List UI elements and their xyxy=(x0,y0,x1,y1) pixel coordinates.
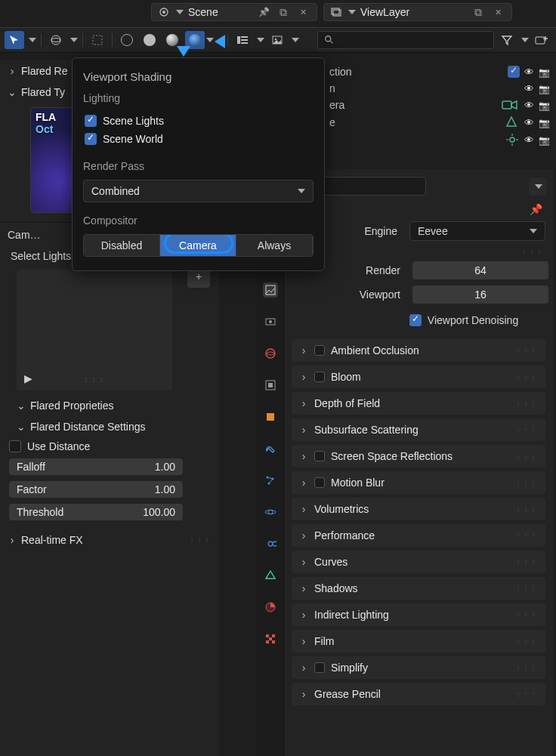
grip-icon[interactable]: ⋮⋮⋮ xyxy=(189,537,212,544)
panel-shadows[interactable]: ›Shadows⋮⋮⋮ xyxy=(292,577,545,600)
grip-icon[interactable]: ⋮⋮⋮ xyxy=(515,665,538,671)
grip-icon[interactable]: ⋮⋮⋮ xyxy=(515,638,538,645)
panel-curves[interactable]: ›Curves⋮⋮⋮ xyxy=(292,551,545,573)
grip-icon[interactable]: ⋮⋮⋮ xyxy=(515,612,538,619)
panel-volumetrics[interactable]: ›Volumetrics⋮⋮⋮ xyxy=(292,498,545,520)
scene-pill[interactable]: Scene xyxy=(151,3,317,21)
eye-icon[interactable] xyxy=(524,134,534,146)
scene-lights-checkbox[interactable] xyxy=(85,115,97,127)
frame-icon[interactable] xyxy=(88,31,107,49)
globe-icon[interactable] xyxy=(46,31,66,49)
chevron-down-icon[interactable] xyxy=(348,10,356,14)
tab-render-icon[interactable] xyxy=(263,282,278,298)
panel-checkbox[interactable] xyxy=(314,451,325,461)
chevron-down-icon[interactable] xyxy=(257,38,264,42)
camera-icon[interactable] xyxy=(539,116,550,128)
grip-icon[interactable]: ⋮⋮⋮ xyxy=(515,400,538,407)
compositor-camera-button[interactable]: Camera xyxy=(160,235,236,256)
viewport-denoising-row[interactable]: Viewport Denoising xyxy=(289,307,548,335)
grip-icon[interactable]: ⋮⋮⋮ xyxy=(515,585,538,592)
outliner-row-camera[interactable]: era xyxy=(326,97,553,113)
scene-lights-row[interactable]: Scene Lights xyxy=(83,112,314,130)
factor-field[interactable]: Factor1.00 xyxy=(9,481,183,498)
close-icon[interactable] xyxy=(490,5,505,20)
tab-material-icon[interactable] xyxy=(263,600,278,615)
image-icon[interactable] xyxy=(267,31,287,49)
filter-icon[interactable] xyxy=(497,31,517,49)
shading-wireframe-button[interactable] xyxy=(117,31,137,49)
tab-data-icon[interactable] xyxy=(263,568,278,583)
threshold-field[interactable]: Threshold100.00 xyxy=(9,504,183,520)
grip-icon[interactable]: ⋮⋮⋮ xyxy=(83,376,106,383)
grip-icon[interactable]: ⋮⋮⋮ xyxy=(515,374,538,381)
tab-physics-icon[interactable] xyxy=(263,505,278,520)
pin-icon[interactable]: 📌 xyxy=(530,203,542,215)
tab-object-icon[interactable] xyxy=(263,409,278,424)
close-icon[interactable] xyxy=(295,5,310,20)
outliner-row-collection[interactable]: ction xyxy=(326,63,553,80)
chevron-down-icon[interactable] xyxy=(521,38,529,42)
options-dropdown[interactable] xyxy=(529,177,547,196)
grip-icon[interactable]: ⋮⋮⋮ xyxy=(515,532,538,539)
camera-icon[interactable] xyxy=(539,82,550,94)
eye-icon[interactable] xyxy=(524,116,534,128)
panel-grease-pencil[interactable]: ›Grease Pencil⋮⋮⋮ xyxy=(292,683,545,705)
tab-scene-icon[interactable] xyxy=(263,378,278,393)
panel-ambient-occlusion[interactable]: ›Ambient Occlusion⋮⋮⋮ xyxy=(292,339,545,362)
camera-icon[interactable] xyxy=(539,66,550,78)
grip-icon[interactable]: ⋮⋮⋮ xyxy=(515,506,538,513)
shading-solid-button[interactable] xyxy=(140,31,159,49)
outliner-row-point[interactable] xyxy=(326,131,553,148)
samples-viewport-field[interactable]: 16 xyxy=(412,285,548,304)
panel-checkbox[interactable] xyxy=(314,345,325,356)
tab-world-icon[interactable] xyxy=(263,346,278,361)
panel-depth-of-field[interactable]: ›Depth of Field⋮⋮⋮ xyxy=(292,392,545,415)
grip-icon[interactable]: ⋮⋮⋮ xyxy=(515,347,538,354)
panel-screen-space-reflections[interactable]: ›Screen Space Reflections⋮⋮⋮ xyxy=(292,445,545,467)
eye-icon[interactable] xyxy=(524,66,534,78)
compositor-disabled-button[interactable]: Disabled xyxy=(84,235,160,256)
pin-icon[interactable] xyxy=(256,5,271,20)
panel-subsurface-scattering[interactable]: ›Subsurface Scattering⋮⋮⋮ xyxy=(292,418,545,441)
tab-constraint-icon[interactable] xyxy=(263,536,278,551)
grip-icon[interactable]: ⋮⋮⋮ xyxy=(515,453,538,460)
copy-icon[interactable] xyxy=(471,5,486,20)
grip-icon[interactable]: ⋮⋮⋮ xyxy=(515,480,538,486)
section-flared-distance[interactable]: ⌄Flared Distance Settings xyxy=(0,416,219,437)
new-collection-icon[interactable] xyxy=(532,31,551,49)
copy-icon[interactable] xyxy=(276,5,291,20)
collection-checkbox[interactable] xyxy=(508,66,520,78)
cursor-tool-icon[interactable] xyxy=(5,31,24,49)
chevron-down-icon[interactable] xyxy=(292,38,299,42)
panel-film[interactable]: ›Film⋮⋮⋮ xyxy=(292,630,545,653)
viewport-denoising-checkbox[interactable] xyxy=(409,314,422,326)
lights-list[interactable]: ▶ ⋮⋮⋮ xyxy=(17,270,172,390)
editor-type-icon[interactable] xyxy=(233,31,252,49)
grip-icon[interactable]: ⋮⋮⋮ xyxy=(515,427,538,434)
camera-icon[interactable] xyxy=(539,99,550,111)
panel-performance[interactable]: ›Performance⋮⋮⋮ xyxy=(292,524,545,547)
panel-simplify[interactable]: ›Simplify⋮⋮⋮ xyxy=(292,656,545,679)
use-distance-checkbox[interactable] xyxy=(9,440,21,452)
panel-bloom[interactable]: ›Bloom⋮⋮⋮ xyxy=(292,366,545,388)
section-flared-proprieties[interactable]: ⌄Flared Proprieties xyxy=(0,395,219,416)
grip-icon[interactable]: ⋮⋮⋮ xyxy=(515,559,538,566)
panel-motion-blur[interactable]: ›Motion Blur⋮⋮⋮ xyxy=(292,471,545,494)
compositor-always-button[interactable]: Always xyxy=(236,235,313,256)
tab-particle-icon[interactable] xyxy=(263,473,278,488)
tab-modifier-icon[interactable] xyxy=(263,441,278,456)
tab-output-icon[interactable] xyxy=(263,314,278,329)
render-engine-dropdown[interactable]: Eevee xyxy=(409,221,545,241)
use-distance-row[interactable]: Use Distance xyxy=(0,437,219,455)
panel-indirect-lighting[interactable]: ›Indirect Lighting⋮⋮⋮ xyxy=(292,603,545,626)
render-pass-dropdown[interactable]: Combined xyxy=(83,180,314,202)
viewlayer-pill[interactable]: ViewLayer xyxy=(323,3,512,21)
camera-icon[interactable] xyxy=(539,134,550,146)
falloff-field[interactable]: Falloff1.00 xyxy=(9,458,183,475)
grip-icon[interactable]: ⋮⋮⋮ xyxy=(521,248,544,255)
chevron-down-icon[interactable] xyxy=(29,38,36,42)
eye-icon[interactable] xyxy=(524,82,534,94)
play-icon[interactable]: ▶ xyxy=(24,372,32,384)
outliner-row-object[interactable]: n xyxy=(326,80,553,97)
section-realtime-fx[interactable]: ›Real-time FX ⋮⋮⋮ xyxy=(0,529,219,551)
